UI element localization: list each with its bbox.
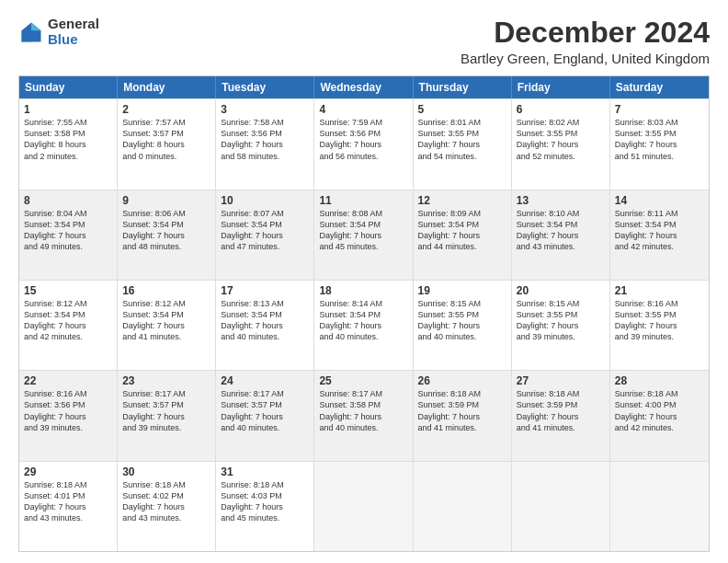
day-number: 1 <box>24 103 112 116</box>
calendar-cell: 3Sunrise: 7:58 AMSunset: 3:56 PMDaylight… <box>216 99 314 189</box>
logo-text: General Blue <box>48 17 99 47</box>
calendar-row: 1Sunrise: 7:55 AMSunset: 3:58 PMDaylight… <box>19 98 709 189</box>
day-number: 8 <box>24 194 112 207</box>
calendar-cell: 22Sunrise: 8:16 AMSunset: 3:56 PMDayligh… <box>19 371 118 460</box>
calendar-header-cell: Monday <box>118 76 216 98</box>
day-number: 13 <box>517 194 605 207</box>
calendar-cell: 29Sunrise: 8:18 AMSunset: 4:01 PMDayligh… <box>19 462 118 551</box>
cell-info: Sunrise: 8:14 AMSunset: 3:54 PMDaylight:… <box>319 298 407 343</box>
day-number: 17 <box>221 284 309 297</box>
day-number: 21 <box>615 284 704 297</box>
calendar-cell <box>512 462 610 551</box>
calendar-cell: 13Sunrise: 8:10 AMSunset: 3:54 PMDayligh… <box>512 190 610 280</box>
day-number: 29 <box>24 465 112 478</box>
cell-info: Sunrise: 8:15 AMSunset: 3:55 PMDaylight:… <box>418 298 506 343</box>
cell-info: Sunrise: 8:01 AMSunset: 3:55 PMDaylight:… <box>418 117 506 162</box>
cell-info: Sunrise: 8:12 AMSunset: 3:54 PMDaylight:… <box>122 298 210 343</box>
cell-info: Sunrise: 8:12 AMSunset: 3:54 PMDaylight:… <box>24 298 112 343</box>
calendar-cell: 23Sunrise: 8:17 AMSunset: 3:57 PMDayligh… <box>118 371 216 460</box>
day-number: 4 <box>319 103 407 116</box>
cell-info: Sunrise: 7:55 AMSunset: 3:58 PMDaylight:… <box>24 117 112 162</box>
day-number: 11 <box>319 194 407 207</box>
calendar-cell: 14Sunrise: 8:11 AMSunset: 3:54 PMDayligh… <box>610 190 709 280</box>
calendar-cell: 24Sunrise: 8:17 AMSunset: 3:57 PMDayligh… <box>216 371 314 460</box>
calendar-cell: 12Sunrise: 8:09 AMSunset: 3:54 PMDayligh… <box>414 190 512 280</box>
calendar-cell <box>314 462 413 551</box>
day-number: 14 <box>615 194 704 207</box>
calendar-body: 1Sunrise: 7:55 AMSunset: 3:58 PMDaylight… <box>19 98 709 551</box>
cell-info: Sunrise: 7:58 AMSunset: 3:56 PMDaylight:… <box>221 117 309 162</box>
cell-info: Sunrise: 8:18 AMSunset: 4:01 PMDaylight:… <box>24 479 112 524</box>
day-number: 19 <box>418 284 506 297</box>
calendar-header-cell: Friday <box>512 76 610 98</box>
calendar-cell: 20Sunrise: 8:15 AMSunset: 3:55 PMDayligh… <box>512 281 610 370</box>
day-number: 3 <box>221 103 309 116</box>
calendar-cell: 15Sunrise: 8:12 AMSunset: 3:54 PMDayligh… <box>19 281 118 370</box>
calendar-cell: 28Sunrise: 8:18 AMSunset: 4:00 PMDayligh… <box>610 371 709 460</box>
cell-info: Sunrise: 8:18 AMSunset: 4:02 PMDaylight:… <box>122 479 210 524</box>
calendar-cell: 8Sunrise: 8:04 AMSunset: 3:54 PMDaylight… <box>19 190 118 280</box>
cell-info: Sunrise: 8:08 AMSunset: 3:54 PMDaylight:… <box>319 208 407 253</box>
calendar-header-cell: Saturday <box>610 76 709 98</box>
calendar-cell: 19Sunrise: 8:15 AMSunset: 3:55 PMDayligh… <box>414 281 512 370</box>
main-title: December 2024 <box>461 17 710 49</box>
cell-info: Sunrise: 8:04 AMSunset: 3:54 PMDaylight:… <box>24 208 112 253</box>
cell-info: Sunrise: 7:59 AMSunset: 3:56 PMDaylight:… <box>319 117 407 162</box>
cell-info: Sunrise: 8:17 AMSunset: 3:57 PMDaylight:… <box>122 388 210 433</box>
cell-info: Sunrise: 8:17 AMSunset: 3:58 PMDaylight:… <box>319 388 407 433</box>
calendar-cell: 25Sunrise: 8:17 AMSunset: 3:58 PMDayligh… <box>314 371 413 460</box>
calendar-cell: 9Sunrise: 8:06 AMSunset: 3:54 PMDaylight… <box>118 190 216 280</box>
day-number: 27 <box>517 374 605 387</box>
calendar-cell: 4Sunrise: 7:59 AMSunset: 3:56 PMDaylight… <box>314 99 413 189</box>
cell-info: Sunrise: 8:16 AMSunset: 3:56 PMDaylight:… <box>24 388 112 433</box>
cell-info: Sunrise: 8:11 AMSunset: 3:54 PMDaylight:… <box>615 208 704 253</box>
cell-info: Sunrise: 8:18 AMSunset: 4:00 PMDaylight:… <box>615 388 704 433</box>
cell-info: Sunrise: 8:07 AMSunset: 3:54 PMDaylight:… <box>221 208 309 253</box>
calendar-cell: 21Sunrise: 8:16 AMSunset: 3:55 PMDayligh… <box>610 281 709 370</box>
calendar-cell: 16Sunrise: 8:12 AMSunset: 3:54 PMDayligh… <box>118 281 216 370</box>
day-number: 2 <box>122 103 210 116</box>
calendar-row: 29Sunrise: 8:18 AMSunset: 4:01 PMDayligh… <box>19 461 709 551</box>
calendar-cell: 30Sunrise: 8:18 AMSunset: 4:02 PMDayligh… <box>118 462 216 551</box>
calendar-row: 8Sunrise: 8:04 AMSunset: 3:54 PMDaylight… <box>19 190 709 280</box>
cell-info: Sunrise: 8:10 AMSunset: 3:54 PMDaylight:… <box>517 208 605 253</box>
calendar-cell: 26Sunrise: 8:18 AMSunset: 3:59 PMDayligh… <box>414 371 512 460</box>
logo: General Blue <box>18 17 99 47</box>
day-number: 10 <box>221 194 309 207</box>
cell-info: Sunrise: 7:57 AMSunset: 3:57 PMDaylight:… <box>122 117 210 162</box>
cell-info: Sunrise: 8:06 AMSunset: 3:54 PMDaylight:… <box>122 208 210 253</box>
calendar-cell: 7Sunrise: 8:03 AMSunset: 3:55 PMDaylight… <box>610 99 709 189</box>
day-number: 9 <box>122 194 210 207</box>
day-number: 16 <box>122 284 210 297</box>
calendar-header-cell: Sunday <box>19 76 118 98</box>
calendar-cell: 10Sunrise: 8:07 AMSunset: 3:54 PMDayligh… <box>216 190 314 280</box>
day-number: 30 <box>122 465 210 478</box>
day-number: 5 <box>418 103 506 116</box>
day-number: 24 <box>221 374 309 387</box>
day-number: 28 <box>615 374 704 387</box>
cell-info: Sunrise: 8:18 AMSunset: 3:59 PMDaylight:… <box>418 388 506 433</box>
day-number: 26 <box>418 374 506 387</box>
subtitle: Bartley Green, England, United Kingdom <box>461 51 710 66</box>
day-number: 18 <box>319 284 407 297</box>
day-number: 6 <box>517 103 605 116</box>
calendar-row: 15Sunrise: 8:12 AMSunset: 3:54 PMDayligh… <box>19 280 709 370</box>
day-number: 20 <box>517 284 605 297</box>
logo-blue: Blue <box>48 32 99 48</box>
calendar-cell: 31Sunrise: 8:18 AMSunset: 4:03 PMDayligh… <box>216 462 314 551</box>
day-number: 31 <box>221 465 309 478</box>
cell-info: Sunrise: 8:09 AMSunset: 3:54 PMDaylight:… <box>418 208 506 253</box>
day-number: 15 <box>24 284 112 297</box>
cell-info: Sunrise: 8:18 AMSunset: 4:03 PMDaylight:… <box>221 479 309 524</box>
day-number: 7 <box>615 103 704 116</box>
calendar-header-row: SundayMondayTuesdayWednesdayThursdayFrid… <box>19 76 709 98</box>
day-number: 25 <box>319 374 407 387</box>
day-number: 22 <box>24 374 112 387</box>
cell-info: Sunrise: 8:17 AMSunset: 3:57 PMDaylight:… <box>221 388 309 433</box>
svg-marker-1 <box>31 22 41 30</box>
calendar-header-cell: Wednesday <box>314 76 413 98</box>
calendar-cell: 11Sunrise: 8:08 AMSunset: 3:54 PMDayligh… <box>314 190 413 280</box>
logo-general: General <box>48 17 99 32</box>
cell-info: Sunrise: 8:16 AMSunset: 3:55 PMDaylight:… <box>615 298 704 343</box>
calendar-header-cell: Thursday <box>414 76 512 98</box>
